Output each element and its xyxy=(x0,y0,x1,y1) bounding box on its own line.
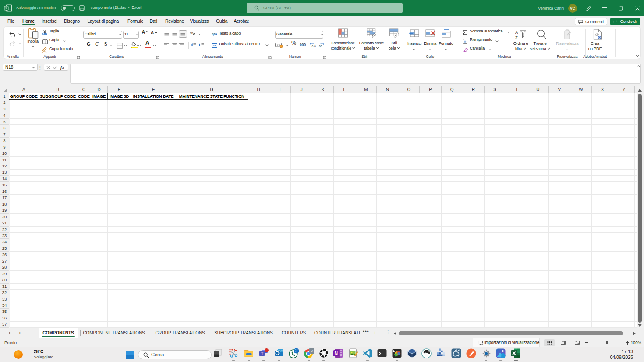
svg-text:ab: ab xyxy=(190,31,193,34)
svg-text:Z: Z xyxy=(515,35,518,40)
svg-text:T: T xyxy=(261,351,263,356)
svg-text:A: A xyxy=(515,30,518,35)
svg-text:N: N xyxy=(335,351,338,356)
svg-text:2: 2 xyxy=(295,348,298,353)
svg-text:V: V xyxy=(311,349,313,353)
